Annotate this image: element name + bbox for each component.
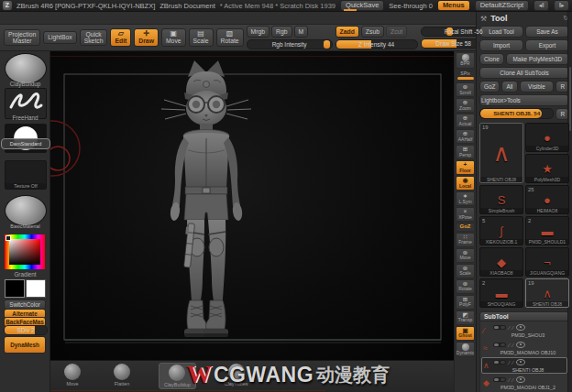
tool-thumbnail[interactable]: ★ PolyMesh3D [525, 154, 569, 183]
goz-button[interactable]: GoZ [479, 81, 500, 93]
subtool-toggle[interactable] [493, 343, 506, 347]
mrgb-button[interactable]: Mrgb [247, 26, 270, 38]
right-shelf-button[interactable]: ▣ Ghost [456, 326, 475, 341]
right-shelf-button[interactable]: ⊕ AAHalf [456, 129, 475, 144]
make-polymesh3d-button[interactable]: Make PolyMesh3D [506, 53, 569, 65]
right-shelf-button[interactable]: ⊞ PolyF [456, 295, 475, 310]
main-color-swatch[interactable] [5, 279, 25, 298]
lightbox-button[interactable]: LightBox [43, 31, 76, 43]
quicksave-button[interactable]: QuickSave [340, 0, 384, 11]
current-texture-thumbnail[interactable]: Texture Off [5, 160, 47, 190]
sculpt-icon[interactable]: ∕ [512, 377, 513, 383]
tool-thumbnail[interactable]: ¬ JIGUANGQIANG [525, 247, 569, 277]
right-shelf-button[interactable]: ∷ Frame [456, 233, 475, 247]
zsub-button[interactable]: Zsub [361, 26, 384, 38]
goz-visible-button[interactable]: Visible [520, 81, 555, 93]
move-mode-button[interactable]: ▣Move [161, 28, 186, 46]
visibility-eye-icon[interactable] [516, 324, 525, 331]
see-through-slider[interactable]: See-through 0 [389, 2, 433, 10]
right-shelf-button[interactable]: ⊞ Persp [456, 145, 475, 159]
gradient-label[interactable]: Gradient [0, 271, 50, 278]
right-shelf-button[interactable]: ⊕ Zoom [456, 98, 475, 113]
secondary-color-swatch[interactable] [26, 279, 46, 298]
export-button[interactable]: Export [525, 39, 569, 51]
edit-mode-button[interactable]: ▱Edit [110, 28, 131, 46]
tool-thumbnail[interactable]: 2 ▬ PM3D_SHOULD1 [525, 216, 569, 245]
right-shelf-button[interactable]: GoZ [456, 223, 475, 232]
visibility-eye-icon[interactable] [516, 342, 525, 348]
draw-mode-button[interactable]: ✛Draw [134, 28, 159, 46]
right-shelf-button[interactable]: ⊕ Actual [456, 114, 475, 128]
zscript-rewind-button[interactable]: ◂‖ [534, 0, 549, 11]
goz-all-button[interactable]: All [501, 81, 517, 93]
import-button[interactable]: Import [479, 39, 523, 51]
subtool-row[interactable]: ◆ ∕ ∕ PM3D_MAODAI OBJ1_2 [481, 375, 567, 391]
current-material-thumbnail[interactable] [5, 195, 47, 226]
projection-master-button[interactable]: ProjectionMaster [4, 29, 40, 46]
tool-thumbnail[interactable]: 19 ∧ SHENTI OBJ8 [479, 123, 523, 183]
right-shelf-button[interactable]: ⊛ Scale [456, 264, 475, 278]
right-shelf-button[interactable]: ⊛ Rotate [456, 279, 475, 294]
subtool-row[interactable]: ≈ ∕ ∕ PM3D_MAOMAO OBJ10 [481, 340, 567, 356]
current-brush-thumbnail[interactable] [5, 53, 47, 84]
right-shelf-button[interactable]: + Floor [456, 160, 475, 175]
subtool-thumb-icon: ∕ [483, 324, 485, 337]
tray-brush-item[interactable]: Flatten [109, 363, 135, 387]
sculpt-icon[interactable]: ∕ [512, 360, 513, 365]
default-zscript-button[interactable]: DefaultZScript [475, 0, 530, 11]
zadd-button[interactable]: Zadd [336, 26, 359, 38]
tool-thumbnail[interactable]: S SimpleBrush [479, 185, 523, 214]
subtool-toggle[interactable] [493, 360, 506, 365]
subtool-header[interactable]: SubTool [479, 311, 569, 321]
right-shelf-button[interactable]: SPix [456, 70, 475, 82]
right-shelf-button[interactable]: BPR [456, 52, 475, 69]
sculpt-icon[interactable]: ∕ [512, 325, 513, 331]
tool-thumbnail[interactable]: ◆ XIAOBAO8 [479, 247, 523, 277]
polypaint-icon[interactable]: ∕ [509, 325, 510, 331]
quick-sketch-button[interactable]: QuickSketch [80, 29, 108, 46]
lightbox-tools-button[interactable]: Lightbox>Tools [479, 94, 569, 106]
draw-size-slider[interactable]: Draw Size 58 [421, 38, 487, 49]
right-shelf-button[interactable]: ◉ Local [456, 176, 475, 191]
clone-all-subtools-button[interactable]: Clone All SubTools [479, 67, 569, 79]
right-shelf-button[interactable]: ⊛ Move [456, 248, 475, 263]
right-shelf-button[interactable]: ∗ L.Sym [456, 191, 475, 206]
sculpt-icon[interactable]: ∕ [512, 343, 513, 348]
visibility-eye-icon[interactable] [516, 376, 525, 383]
menus-toggle-button[interactable]: Menus [437, 0, 470, 11]
clone-button[interactable]: Clone [479, 53, 504, 65]
rotate-mode-button[interactable]: ▧Rotate [216, 28, 244, 46]
visibility-eye-icon[interactable] [516, 359, 525, 365]
polypaint-icon[interactable]: ∕ [509, 343, 510, 348]
subtool-toggle[interactable] [493, 377, 506, 382]
subtool-row[interactable]: ∕ ∕ ∕ PM3D_SHOU3 [481, 322, 567, 339]
dynamesh-button[interactable]: DynaMesh [4, 336, 46, 354]
z-intensity-slider[interactable]: Z Intensity 44 [336, 39, 418, 49]
right-shelf-button[interactable]: ◩ Transp [456, 310, 475, 325]
save-as-button[interactable]: Save As [525, 26, 569, 38]
rgb-button[interactable]: Rgb [271, 26, 292, 38]
polypaint-icon[interactable]: ∕ [509, 360, 510, 365]
subtool-row[interactable]: ∧ ∕ ∕ SHENTI OBJ8 [481, 357, 567, 374]
document-canvas[interactable] [50, 51, 454, 360]
tool-thumbnail[interactable]: 19 ∧ SHENTI OBJ8 [525, 278, 569, 308]
tray-brush-item[interactable]: Move [60, 363, 85, 387]
rgb-intensity-slider[interactable]: Rgb Intensity [247, 39, 333, 49]
polypaint-icon[interactable]: ∕ [509, 377, 510, 383]
current-tool-slider[interactable]: SHENTI OBJ8. 54 [479, 108, 554, 119]
focal-shift-slider[interactable]: Focal Shift -56 [421, 27, 507, 37]
sdiv-slider[interactable]: SDiv 2 [4, 325, 48, 335]
right-shelf-button[interactable]: × XPose [456, 207, 475, 222]
tool-thumbnail[interactable]: 2 ▬ SHOUQIANG [479, 278, 523, 308]
zcut-button[interactable]: Zcut [386, 26, 407, 38]
color-picker[interactable] [5, 234, 45, 269]
scale-mode-button[interactable]: ▤Scale [189, 28, 214, 46]
zscript-play-button[interactable]: ‖▸ [554, 0, 569, 11]
subtool-toggle[interactable] [493, 325, 506, 330]
tool-thumbnail[interactable]: ● Cylinder3D [525, 123, 569, 152]
right-shelf-button[interactable]: ⊛ Scroll [456, 82, 475, 97]
tool-thumbnail[interactable]: 5 ∫ XIEKOUZIOB.1 [479, 216, 523, 245]
right-shelf-button[interactable]: Dynamic [456, 342, 475, 358]
m-button[interactable]: M [294, 26, 309, 38]
tool-thumbnail[interactable]: 25 ● HEIMAO8 [525, 185, 569, 214]
